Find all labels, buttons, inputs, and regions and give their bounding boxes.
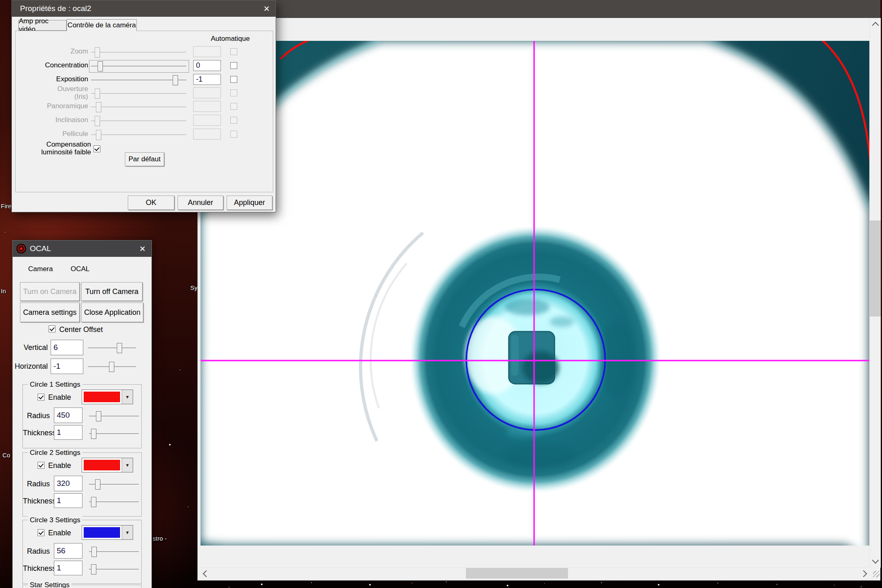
circle-1-radius-slider[interactable]	[89, 416, 139, 417]
ocal-titlebar[interactable]: OCAL ✕	[13, 241, 151, 257]
slider-thumb	[95, 116, 100, 126]
turn-on-camera-button[interactable]: Turn on Camera	[20, 282, 80, 301]
slider-thumb[interactable]	[98, 61, 103, 71]
slider-track	[91, 93, 186, 94]
menu-camera[interactable]: Camera	[28, 265, 53, 273]
slider-thumb[interactable]	[117, 343, 122, 353]
exposition-auto-checkbox[interactable]	[230, 76, 237, 83]
vertical-scrollbar-thumb[interactable]	[870, 220, 881, 316]
pellicule-row-label: Pellicule	[15, 130, 88, 138]
scroll-down-icon[interactable]	[872, 557, 879, 564]
circle-3-color-swatch	[84, 527, 120, 538]
vertical-scrollbar[interactable]	[869, 18, 881, 568]
low-light-compensation-checkbox[interactable]	[94, 145, 100, 152]
circle-3-settings-group: Circle 3 Settings Enable ▼ Radius Thickn…	[22, 520, 142, 584]
default-button[interactable]: Par défaut	[125, 152, 164, 166]
circle-3-radius-input[interactable]	[54, 543, 82, 559]
slider-track[interactable]	[91, 66, 186, 67]
slider-thumb	[96, 102, 101, 112]
tab-controle-camera[interactable]: Contrôle de la caméra	[67, 19, 137, 31]
slider-track[interactable]	[91, 80, 186, 81]
desktop-icon-label-fire[interactable]: Fire	[1, 203, 11, 209]
slider-thumb[interactable]	[91, 564, 96, 575]
desktop-icon-label-sy[interactable]: Sy	[190, 284, 198, 291]
zoom-slider	[91, 52, 186, 53]
close-icon[interactable]: ✕	[258, 4, 276, 13]
circle-1-color-dropdown[interactable]: ▼	[82, 390, 133, 404]
desktop-icon-label-stro[interactable]: stro -	[153, 535, 167, 542]
circle-3-radius-slider[interactable]	[89, 551, 139, 552]
horizontal-offset-slider[interactable]	[88, 366, 136, 368]
circle-2-enable-checkbox[interactable]	[38, 462, 45, 469]
desktop-stars	[0, 0, 1, 1]
close-icon[interactable]: ✕	[134, 244, 151, 254]
slider-thumb[interactable]	[173, 75, 178, 85]
scroll-left-icon[interactable]	[203, 570, 210, 577]
slider-track[interactable]	[89, 569, 139, 570]
camera-settings-button[interactable]: Camera settings	[20, 303, 80, 322]
horizontal-scrollbar[interactable]	[200, 568, 869, 579]
scroll-right-icon[interactable]	[860, 570, 867, 577]
desktop-icon-label-in[interactable]: In	[1, 287, 6, 294]
apply-button[interactable]: Appliquer	[227, 196, 272, 210]
center-offset-checkbox[interactable]	[49, 325, 56, 332]
circle-2-radius-input[interactable]	[54, 476, 82, 491]
circle-1-settings-group: Circle 1 Settings Enable ▼ Radius Thickn…	[22, 384, 142, 448]
slider-thumb[interactable]	[91, 547, 97, 557]
turn-off-camera-button[interactable]: Turn off Camera	[81, 282, 143, 301]
slider-thumb[interactable]	[91, 497, 96, 507]
circle-2-color-dropdown[interactable]: ▼	[82, 458, 133, 472]
dropdown-arrow-icon[interactable]: ▼	[122, 390, 133, 404]
circle-2-thickness-slider[interactable]	[89, 501, 139, 503]
circle-1-thickness-slider[interactable]	[89, 433, 139, 434]
circle-1-radius-input[interactable]	[54, 408, 82, 423]
slider-thumb[interactable]	[95, 479, 100, 490]
circle-3-enable-checkbox[interactable]	[38, 529, 45, 536]
resize-grip[interactable]	[873, 571, 880, 577]
close-application-button[interactable]: Close Application	[81, 303, 143, 322]
circle-1-enable-checkbox[interactable]	[38, 394, 45, 401]
zoom-row-label: Zoom	[15, 47, 88, 56]
slider-thumb[interactable]	[96, 411, 101, 421]
vertical-offset-slider[interactable]	[88, 347, 136, 349]
exposition-value-field[interactable]	[193, 74, 221, 85]
circle-1-thickness-input[interactable]	[54, 425, 82, 440]
ouverture-row-label: Ouverture (Iris)	[43, 85, 88, 100]
vertical-offset-input[interactable]	[51, 340, 83, 355]
tab-amp-proc-video[interactable]: Amp proc vidéo	[18, 20, 67, 31]
camera-image	[200, 41, 869, 546]
slider-thumb[interactable]	[91, 429, 96, 439]
inner-smudge-2	[550, 316, 574, 327]
slider-thumb[interactable]	[109, 362, 114, 372]
properties-dialog-titlebar[interactable]: Propriétés de : ocal2 ✕	[12, 0, 276, 17]
slider-track[interactable]	[89, 501, 139, 503]
dropdown-arrow-icon[interactable]: ▼	[122, 458, 133, 472]
horizontal-scrollbar-thumb[interactable]	[466, 568, 568, 579]
slider-track[interactable]	[88, 347, 136, 349]
ouverture-value-field	[193, 87, 221, 98]
circle-3-thickness-slider[interactable]	[89, 569, 139, 570]
desktop-icon-label-co[interactable]: Co	[2, 452, 10, 459]
concentration-auto-checkbox[interactable]	[230, 62, 237, 69]
horizontal-offset-input[interactable]	[51, 359, 83, 374]
panoramique-auto-checkbox	[230, 103, 237, 110]
dropdown-arrow-icon[interactable]: ▼	[122, 526, 133, 539]
cancel-button[interactable]: Annuler	[178, 196, 223, 210]
camera-window-titlebar[interactable]	[198, 0, 880, 18]
circle-1-settings-title: Circle 1 Settings	[28, 381, 82, 389]
slider-track[interactable]	[89, 433, 139, 434]
star-settings-title: Star Settings	[28, 581, 71, 588]
exposition-slider[interactable]	[91, 80, 186, 81]
concentration-value-field[interactable]	[193, 60, 221, 71]
concentration-slider[interactable]	[91, 66, 186, 67]
scroll-up-icon[interactable]	[872, 22, 879, 29]
circle-2-thickness-input[interactable]	[54, 493, 82, 508]
circle-3-radius-label: Radius	[26, 547, 50, 556]
slider-thumb	[96, 130, 101, 140]
inner-smudge-1	[505, 299, 550, 315]
circle-3-thickness-input[interactable]	[54, 561, 82, 575]
menu-ocal[interactable]: OCAL	[71, 265, 89, 273]
circle-3-color-dropdown[interactable]: ▼	[82, 525, 133, 540]
ok-button[interactable]: OK	[128, 196, 174, 210]
circle-2-radius-slider[interactable]	[89, 484, 139, 485]
